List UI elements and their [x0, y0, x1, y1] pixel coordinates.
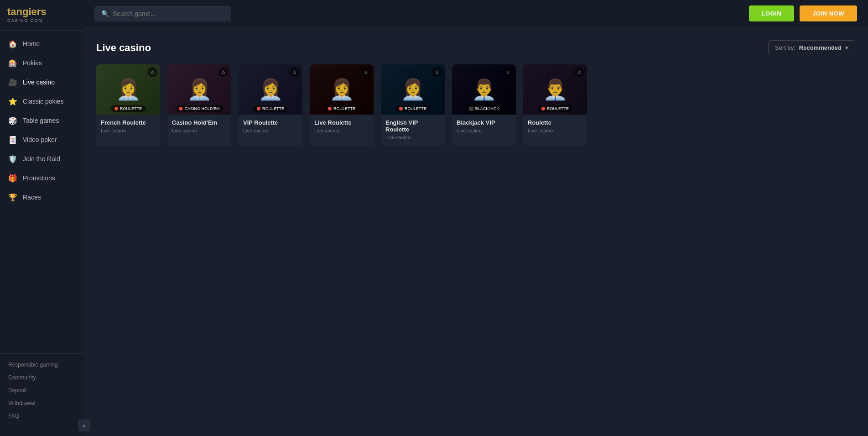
footer-link-community[interactable]: Community — [0, 371, 83, 384]
nav-icon-races: 🏆 — [8, 193, 17, 202]
nav-label-join-raid: Join the Raid — [23, 155, 60, 163]
game-grid: 👩‍💼 ☆ ROULETTE French Roulette Live casi… — [96, 64, 855, 146]
nav-icon-pokies: 🎰 — [8, 58, 17, 68]
favorite-button[interactable]: ☆ — [432, 67, 442, 77]
nav-icon-table-games: 🎲 — [8, 116, 17, 125]
sidebar-item-promotions[interactable]: 🎁 Promotions — [0, 168, 83, 188]
game-category: Live casino — [101, 128, 156, 133]
sidebar-item-live-casino[interactable]: 🎥 Live casino — [0, 73, 83, 92]
content-header: Live casino Sort by: Recommended ▾ — [96, 40, 855, 55]
game-info: French Roulette Live casino — [96, 115, 160, 139]
logo: tangiers CASINO.COM — [0, 0, 83, 31]
sidebar: tangiers CASINO.COM 🏠 Home 🎰 Pokies 🎥 Li… — [0, 0, 83, 436]
game-card[interactable]: 👩‍💼 ☆ ROULETTE English VIP Roulette Live… — [381, 64, 445, 146]
nav-label-table-games: Table games — [23, 117, 59, 124]
favorite-button[interactable]: ☆ — [218, 67, 229, 77]
login-button[interactable]: LOGIN — [749, 5, 795, 21]
favorite-button[interactable]: ☆ — [290, 67, 300, 77]
sidebar-item-classic-pokies[interactable]: ⭐ Classic pokies — [0, 92, 83, 111]
game-thumbnail: 👩‍💼 ☆ ROULETTE — [239, 64, 302, 115]
sort-dropdown[interactable]: Sort by: Recommended ▾ — [768, 40, 855, 55]
game-card[interactable]: 👨‍💼 ☆ ROULETTE Roulette Live casino — [523, 64, 587, 146]
game-info: Live Roulette Live casino — [310, 115, 374, 139]
search-input[interactable] — [113, 10, 224, 17]
sort-label: Sort by: — [775, 44, 795, 51]
game-thumbnail: 👩‍💼 ☆ ROULETTE — [310, 64, 374, 115]
footer-link-withdrawal[interactable]: Withdrawal — [0, 397, 83, 410]
page-title: Live casino — [96, 42, 151, 54]
game-thumbnail: 👨‍💼 ☆ ROULETTE — [523, 64, 587, 115]
nav-icon-promotions: 🎁 — [8, 173, 17, 183]
game-category: Live casino — [314, 128, 369, 133]
main-content: 🔍 LOGIN JOIN NOW Live casino Sort by: Re… — [83, 0, 868, 436]
game-thumbnail: 👩‍💼 ☆ ROULETTE — [96, 64, 160, 115]
sidebar-collapse-button[interactable]: « — [78, 420, 90, 431]
game-category: Live casino — [243, 128, 298, 133]
nav-label-promotions: Promotions — [23, 174, 55, 182]
game-thumbnail: 👩‍💼 ☆ CASINO HOLD'EM — [167, 64, 231, 115]
game-name: English VIP Roulette — [385, 119, 440, 133]
chevron-down-icon: ▾ — [845, 44, 848, 51]
game-thumbnail: 👩‍💼 ☆ ROULETTE — [381, 64, 445, 115]
game-category: Live casino — [528, 128, 582, 133]
nav-icon-live-casino: 🎥 — [8, 78, 17, 87]
logo-sub: CASINO.COM — [7, 18, 76, 23]
favorite-button[interactable]: ☆ — [503, 67, 513, 77]
footer-link-deposit[interactable]: Deposit — [0, 384, 83, 397]
game-name: VIP Roulette — [243, 119, 298, 126]
nav-label-classic-pokies: Classic pokies — [23, 98, 63, 105]
game-info: Blackjack VIP Live casino — [452, 115, 516, 139]
game-card[interactable]: 👩‍💼 ☆ ROULETTE VIP Roulette Live casino — [239, 64, 302, 146]
sort-value: Recommended — [799, 44, 842, 51]
logo-text: tangiers — [7, 6, 76, 17]
favorite-button[interactable]: ☆ — [361, 67, 371, 77]
game-name: Casino Hold'Em — [172, 119, 227, 126]
game-card[interactable]: 👩‍💼 ☆ ROULETTE Live Roulette Live casino — [310, 64, 374, 146]
game-name: Blackjack VIP — [457, 119, 511, 126]
favorite-button[interactable]: ☆ — [574, 67, 584, 77]
sidebar-item-join-raid[interactable]: 🛡️ Join the Raid — [0, 149, 83, 168]
sidebar-item-pokies[interactable]: 🎰 Pokies — [0, 53, 83, 73]
footer-link-responsible-gaming[interactable]: Responsible gaming — [0, 358, 83, 371]
search-bar[interactable]: 🔍 — [94, 6, 231, 21]
game-info: VIP Roulette Live casino — [239, 115, 302, 139]
nav-icon-join-raid: 🛡️ — [8, 154, 17, 163]
join-button[interactable]: JOIN NOW — [800, 5, 857, 21]
nav-label-races: Races — [23, 194, 41, 201]
game-info: English VIP Roulette Live casino — [381, 115, 445, 146]
sidebar-item-video-poker[interactable]: 🃏 Video poker — [0, 130, 83, 149]
game-name: Roulette — [528, 119, 582, 126]
nav-label-live-casino: Live casino — [23, 79, 55, 86]
game-name: Live Roulette — [314, 119, 369, 126]
nav-icon-classic-pokies: ⭐ — [8, 97, 17, 106]
sidebar-nav: 🏠 Home 🎰 Pokies 🎥 Live casino ⭐ Classic … — [0, 31, 83, 349]
page-content: Live casino Sort by: Recommended ▾ 👩‍💼 ☆… — [83, 27, 868, 436]
game-card[interactable]: 👩‍💼 ☆ ROULETTE French Roulette Live casi… — [96, 64, 160, 146]
search-icon: 🔍 — [101, 10, 109, 17]
nav-label-home: Home — [23, 40, 40, 47]
game-category: Live casino — [385, 135, 440, 140]
header-actions: LOGIN JOIN NOW — [749, 5, 857, 21]
game-thumbnail: 👨‍💼 ☆ ⬛BLACKJACK — [452, 64, 516, 115]
game-card[interactable]: 👨‍💼 ☆ ⬛BLACKJACK Blackjack VIP Live casi… — [452, 64, 516, 146]
game-category: Live casino — [457, 128, 511, 133]
footer-link-faq[interactable]: FAQ — [0, 410, 83, 422]
nav-label-video-poker: Video poker — [23, 136, 57, 143]
header: 🔍 LOGIN JOIN NOW — [83, 0, 868, 27]
nav-label-pokies: Pokies — [23, 59, 42, 67]
nav-icon-video-poker: 🃏 — [8, 135, 17, 144]
sidebar-item-table-games[interactable]: 🎲 Table games — [0, 111, 83, 130]
sidebar-item-home[interactable]: 🏠 Home — [0, 34, 83, 53]
favorite-button[interactable]: ☆ — [147, 67, 157, 77]
game-info: Casino Hold'Em Live casino — [167, 115, 231, 139]
game-card[interactable]: 👩‍💼 ☆ CASINO HOLD'EM Casino Hold'Em Live… — [167, 64, 231, 146]
nav-icon-home: 🏠 — [8, 39, 17, 48]
game-info: Roulette Live casino — [523, 115, 587, 139]
game-category: Live casino — [172, 128, 227, 133]
sidebar-footer: Responsible gamingCommunityDepositWithdr… — [0, 353, 83, 427]
game-name: French Roulette — [101, 119, 156, 126]
sidebar-item-races[interactable]: 🏆 Races — [0, 188, 83, 207]
